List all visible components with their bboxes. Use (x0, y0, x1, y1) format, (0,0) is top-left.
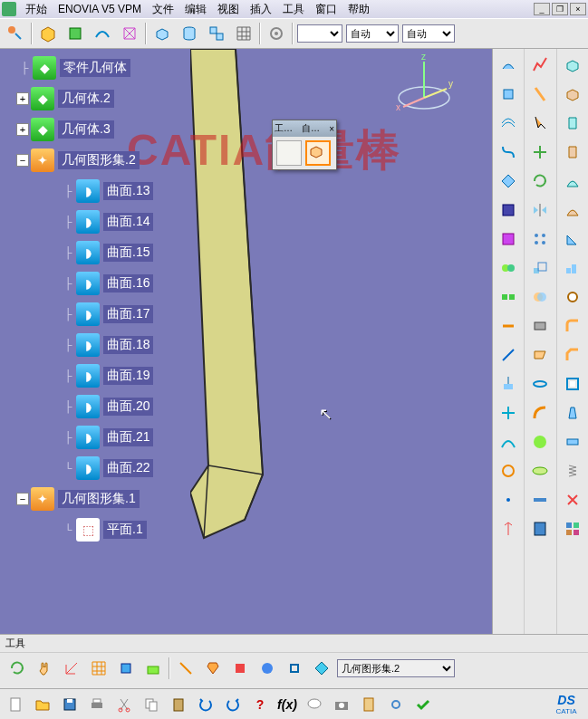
compass-icon[interactable]: z y x (392, 53, 456, 116)
bend-icon[interactable] (527, 400, 553, 426)
sweep-icon[interactable] (496, 139, 521, 165)
insert-mode-icon[interactable] (228, 657, 252, 680)
body-icon[interactable] (63, 22, 87, 45)
catalog-icon[interactable] (357, 693, 381, 716)
tube-icon[interactable] (527, 371, 553, 397)
menu-enovia[interactable]: ENOVIA V5 VPM (53, 1, 147, 17)
menu-file[interactable]: 文件 (147, 0, 179, 19)
tree-node-surface[interactable]: ├◗曲面.16 (0, 268, 181, 299)
sheet-icon[interactable] (527, 342, 553, 368)
menu-help[interactable]: 帮助 (342, 0, 375, 19)
flyout-icon[interactable] (4, 22, 27, 45)
only-current-icon[interactable] (283, 657, 306, 680)
expand-icon[interactable]: + (16, 123, 29, 136)
catalog-icon[interactable] (527, 516, 553, 542)
working-icon[interactable] (141, 657, 165, 680)
float-btn-2[interactable] (305, 140, 331, 166)
chamfer-icon[interactable] (560, 342, 585, 368)
pattern-icon[interactable] (527, 226, 553, 252)
tree-node-surface[interactable]: ├◗曲面.15 (0, 237, 181, 268)
stiffener-icon[interactable] (560, 226, 585, 252)
viewport-3d[interactable]: CATIA能量棒 z y x 工… 自… × ↖ (0, 49, 492, 634)
tree-node-plane[interactable]: └⬚平面.1 (0, 514, 181, 545)
surface-icon[interactable] (91, 22, 114, 45)
trim-icon[interactable] (496, 313, 521, 339)
float-btn-1[interactable] (276, 140, 302, 166)
cut-icon[interactable] (112, 693, 136, 716)
project-icon[interactable] (496, 371, 521, 397)
thread-icon[interactable] (560, 458, 585, 484)
minimize-button[interactable]: _ (534, 3, 550, 15)
update-icon[interactable] (5, 657, 29, 680)
shell-icon[interactable] (560, 371, 585, 397)
cube-icon[interactable] (36, 22, 60, 45)
camera-icon[interactable] (330, 693, 353, 716)
point-icon[interactable] (496, 487, 521, 513)
tree-node-surface[interactable]: └◗曲面.22 (0, 453, 181, 484)
bottom-panel-title[interactable]: 工具 (0, 635, 588, 653)
current-object-combo[interactable]: 几何图形集.2 (337, 659, 455, 677)
remove-icon[interactable] (560, 487, 585, 513)
axis-tool-icon[interactable] (60, 657, 83, 680)
extrude2-icon[interactable] (496, 81, 521, 107)
pad-icon[interactable] (560, 53, 585, 78)
translate-icon[interactable] (527, 139, 553, 165)
auto-combo-2[interactable]: 自动 (402, 24, 455, 43)
tree-node-gset2[interactable]: − ✦ 几何图形集.2 (0, 145, 181, 176)
close-button[interactable]: × (570, 3, 586, 15)
menu-edit[interactable]: 编辑 (179, 0, 212, 19)
tree-node-surface[interactable]: ├◗曲面.14 (0, 206, 181, 237)
gear-icon[interactable] (265, 22, 288, 45)
tree-node-surface[interactable]: ├◗曲面.17 (0, 299, 181, 330)
mirror-icon[interactable] (527, 197, 553, 223)
pocket-icon[interactable] (560, 81, 585, 107)
view-icon[interactable] (527, 458, 553, 484)
spec-tree[interactable]: ├ ◆ 零件几何体 + ◆ 几何体.2 + ◆ 几何体.3 − ✦ 几何图形集.… (0, 49, 181, 545)
comment-icon[interactable] (303, 693, 326, 716)
floating-toolbar[interactable]: 工… 自… × (272, 120, 337, 170)
redo-icon[interactable] (221, 693, 245, 716)
keep-icon[interactable] (201, 657, 225, 680)
collapse-icon[interactable]: − (16, 154, 29, 167)
tree-node-surface[interactable]: ├◗曲面.19 (0, 360, 181, 391)
cylinder-icon[interactable] (178, 22, 201, 45)
diamond-icon[interactable] (310, 657, 333, 680)
paste-icon[interactable] (167, 693, 190, 716)
line-icon[interactable] (496, 342, 521, 368)
thickness-icon[interactable] (560, 429, 585, 455)
fill-icon[interactable] (496, 168, 521, 194)
thick-icon[interactable] (527, 313, 553, 339)
snap-icon[interactable] (114, 657, 138, 680)
axis-icon[interactable] (496, 516, 521, 542)
multi-box-icon[interactable] (205, 22, 228, 45)
datum-icon[interactable] (174, 657, 198, 680)
link-icon[interactable] (384, 693, 408, 716)
tree-node-surface[interactable]: ├◗曲面.21 (0, 422, 181, 453)
patch-icon[interactable] (496, 226, 521, 252)
tree-node-body3[interactable]: + ◆ 几何体.3 (0, 114, 181, 145)
style-combo[interactable] (297, 24, 342, 43)
restore-button[interactable]: ❐ (552, 3, 568, 15)
draft-icon[interactable] (527, 81, 553, 107)
mosaic-icon[interactable] (560, 516, 585, 542)
material-icon[interactable] (527, 429, 553, 455)
intersect-icon[interactable] (496, 400, 521, 426)
scale-icon[interactable] (527, 255, 553, 281)
floating-close-icon[interactable]: × (329, 124, 334, 134)
slot-icon[interactable] (560, 197, 585, 223)
curve-icon[interactable] (496, 429, 521, 455)
undo-icon[interactable] (194, 693, 217, 716)
wireframe-icon[interactable] (118, 22, 141, 45)
collapse-icon[interactable]: − (16, 493, 29, 505)
measure-icon[interactable] (527, 487, 553, 513)
multi-pad-icon[interactable] (560, 255, 585, 281)
circle-icon[interactable] (496, 458, 521, 484)
help-icon[interactable]: ? (248, 693, 272, 716)
menu-window[interactable]: 窗口 (310, 0, 342, 19)
save-icon[interactable] (58, 693, 82, 716)
box-icon[interactable] (150, 22, 174, 45)
grid-icon[interactable] (232, 22, 255, 45)
hand-icon[interactable] (33, 657, 56, 680)
rotate-icon[interactable] (527, 168, 553, 194)
copy-icon[interactable] (140, 693, 163, 716)
